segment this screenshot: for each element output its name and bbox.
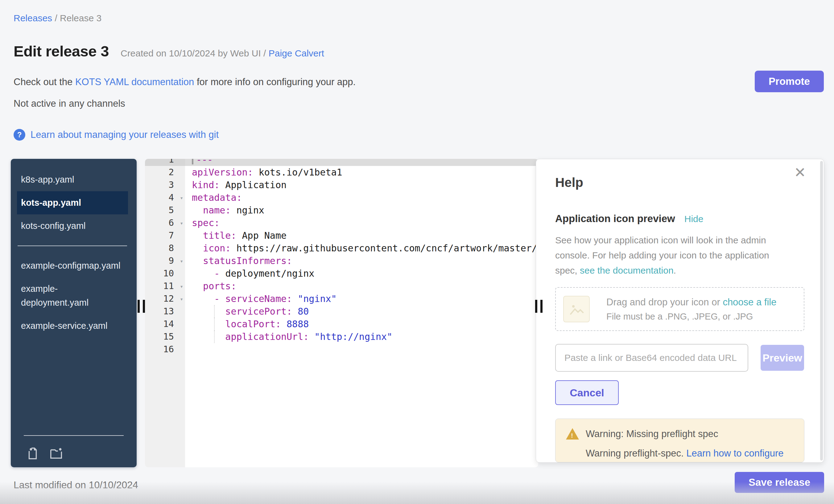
promote-button[interactable]: Promote [755,71,824,92]
file-tree-divider [18,245,127,246]
breadcrumb: Releases / Release 3 [14,13,102,23]
line-number: 11▾ [145,280,185,292]
fold-arrow-icon[interactable]: ▾ [180,293,183,305]
line-number: 1 [145,159,185,166]
file-item-example-configmap.yaml[interactable]: example-configmap.yaml [17,254,128,277]
line-number: 5 [145,204,185,217]
help-title: Help [555,175,804,190]
channel-status: Not active in any channels [14,98,125,109]
see-documentation-link[interactable]: see the documentation [580,265,674,276]
code-text: - deployment/nginx [185,267,538,280]
code-text: apiVersion: kots.io/v1beta1 [185,166,538,179]
code-text: title: App Name [185,229,538,242]
code-line-9[interactable]: 9▾ statusInformers: [145,255,538,267]
code-line-11[interactable]: 11▾ ports: [145,280,538,292]
code-line-15[interactable]: 15 applicationUrl: "http://nginx" [145,330,538,343]
code-text: kind: Application [185,179,538,191]
file-item-example-service.yaml[interactable]: example-service.yaml [17,314,128,337]
code-text: metadata: [185,191,538,204]
code-line-7[interactable]: 7 title: App Name [145,229,538,242]
code-line-6[interactable]: 6▾spec: [145,217,538,229]
code-line-5[interactable]: 5 name: nginx [145,204,538,217]
help-panel-scrollbar[interactable] [820,161,823,461]
kots-yaml-doc-link[interactable]: KOTS YAML documentation [75,76,194,87]
code-text: ports: [185,280,538,292]
save-release-button[interactable]: Save release [735,472,824,493]
fold-arrow-icon[interactable]: ▾ [180,255,183,267]
code-line-3[interactable]: 3kind: Application [145,179,538,191]
code-line-8[interactable]: 8 icon: https://raw.githubusercontent.co… [145,242,538,255]
preview-button[interactable]: Preview [761,345,804,371]
code-line-16[interactable]: 16 [145,343,538,356]
line-number: 4▾ [145,191,185,204]
breadcrumb-releases-link[interactable]: Releases [14,13,52,23]
close-icon[interactable]: ✕ [794,165,806,179]
code-line-4[interactable]: 4▾metadata: [145,191,538,204]
file-tree-footer [11,435,137,467]
git-help-row: ? Learn about managing your releases wit… [14,129,219,141]
title-row: Edit release 3 Created on 10/10/2024 by … [14,43,324,60]
code-text: name: nginx [185,204,538,217]
file-item-kots-config.yaml[interactable]: kots-config.yaml [17,214,128,238]
line-number: 10 [145,267,185,280]
file-tree-sidebar: k8s-app.yamlkots-app.yamlkots-config.yam… [11,159,137,467]
code-text: servicePort: 80 [185,305,538,318]
file-item-k8s-app.yaml[interactable]: k8s-app.yaml [17,168,128,191]
image-placeholder-icon [563,296,590,322]
icon-url-input[interactable] [555,344,748,372]
line-number: 3 [145,179,185,191]
resize-handle-help[interactable] [535,300,544,313]
docs-line: Check out the KOTS YAML documentation fo… [14,76,356,88]
line-number: 7 [145,229,185,242]
code-line-12[interactable]: 12▾ - serviceName: "nginx" [145,292,538,305]
icon-preview-title: Application icon preview [555,213,675,224]
code-text: icon: https://raw.githubusercontent.com/… [185,242,538,255]
yaml-editor[interactable]: 1---2apiVersion: kots.io/v1beta13kind: A… [145,159,538,467]
hide-link[interactable]: Hide [684,214,704,224]
line-number: 6▾ [145,217,185,229]
line-number: 12▾ [145,292,185,305]
code-line-14[interactable]: 14 localPort: 8888 [145,318,538,330]
add-folder-icon[interactable] [49,446,63,461]
fold-arrow-icon[interactable]: ▾ [180,217,183,229]
line-number: 13 [145,305,185,318]
file-tree-footer-divider [24,435,124,436]
code-text: spec: [185,217,538,229]
icon-dropzone[interactable]: Drag and drop your icon or choose a file… [555,287,805,331]
warning-title: Warning: Missing preflight spec [586,429,718,440]
choose-file-link[interactable]: choose a file [723,297,776,308]
line-number: 16 [145,343,185,356]
fold-arrow-icon[interactable]: ▾ [180,192,183,204]
text-cursor [192,159,193,165]
file-tree: k8s-app.yamlkots-app.yamlkots-config.yam… [11,159,137,337]
git-releases-link[interactable]: Learn about managing your releases with … [30,129,219,140]
created-meta: Created on 10/10/2024 by Web UI / Paige … [120,48,324,59]
add-file-icon[interactable] [26,446,40,461]
code-text: statusInformers: [185,255,538,267]
file-item-example-deployment.yaml[interactable]: example-deployment.yaml [17,277,128,314]
code-line-10[interactable]: 10 - deployment/nginx [145,267,538,280]
file-item-kots-app.yaml[interactable]: kots-app.yaml [17,191,128,214]
editor-code[interactable]: 1---2apiVersion: kots.io/v1beta13kind: A… [145,159,538,356]
code-text [185,343,538,356]
line-number: 2 [145,166,185,179]
warning-detail: Warning preflight-spec. Learn how to con… [566,448,795,459]
help-panel: ✕ Help Application icon preview Hide See… [536,159,824,463]
code-line-2[interactable]: 2apiVersion: kots.io/v1beta1 [145,166,538,179]
fold-arrow-icon[interactable]: ▾ [180,280,183,293]
dropzone-label: Drag and drop your icon or choose a file [607,297,776,308]
breadcrumb-current: Release 3 [60,13,102,23]
line-number: 14 [145,318,185,330]
line-number: 8 [145,242,185,255]
code-text: - serviceName: "nginx" [185,292,538,305]
code-line-13[interactable]: 13 servicePort: 80 [145,305,538,318]
code-line-1[interactable]: 1--- [145,159,538,166]
author-link[interactable]: Paige Calvert [269,48,324,58]
breadcrumb-separator: / [52,13,60,23]
line-number: 15 [145,330,185,343]
code-text: --- [185,159,538,166]
learn-configure-link[interactable]: Learn how to configure [686,448,784,459]
warning-box: ! Warning: Missing preflight spec Warnin… [555,419,805,462]
line-number: 9▾ [145,255,185,267]
cancel-button[interactable]: Cancel [555,380,619,405]
